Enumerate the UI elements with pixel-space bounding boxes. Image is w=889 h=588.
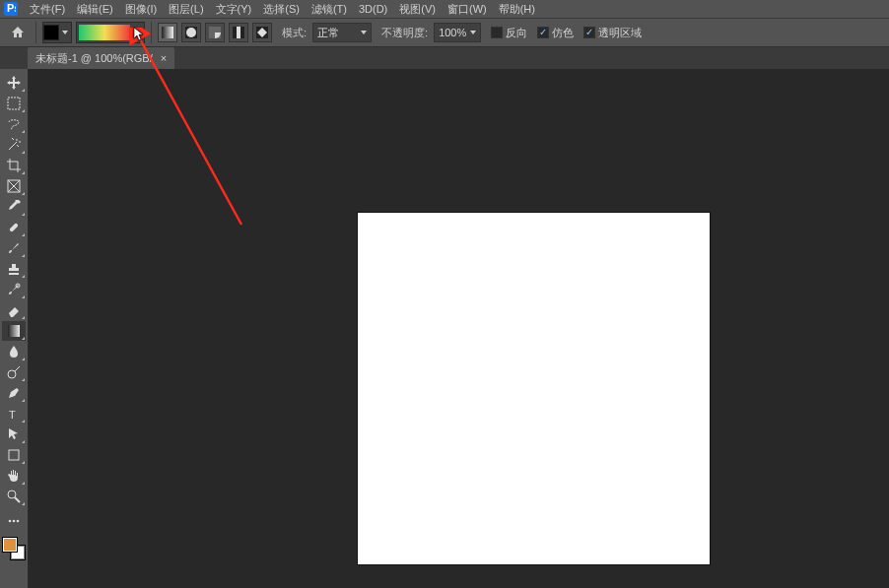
opacity-field[interactable]: 100% [434,23,481,42]
tool-blur[interactable] [2,342,26,361]
gradient-radial-button[interactable] [181,23,201,42]
home-button[interactable] [6,22,30,43]
transparency-checkbox[interactable]: 透明区域 [583,26,642,40]
tool-frame[interactable] [2,176,26,196]
gradient-diamond-button[interactable] [252,23,272,42]
menu-filter[interactable]: 滤镜(T) [306,0,353,19]
svg-rect-12 [9,223,19,232]
mode-label: 模式: [282,26,307,40]
tool-lasso[interactable] [2,114,26,134]
crop-icon [6,158,22,173]
wand-icon [6,137,22,153]
document-tab-bar: 未标题-1 @ 100%(RGB/ × [0,47,889,69]
svg-point-22 [13,520,16,523]
gradient-radial-icon [184,26,198,39]
blend-mode-value: 正常 [317,26,339,40]
tools-panel: T [0,69,29,588]
checkbox-box [491,27,503,38]
transparency-label: 透明区域 [598,26,642,40]
svg-line-20 [15,497,20,502]
stamp-icon [6,261,22,277]
blend-mode-select[interactable]: 正常 [312,23,372,42]
reverse-label: 反向 [506,26,527,40]
tool-hand[interactable] [2,466,26,486]
dodge-icon [6,364,22,380]
menu-type[interactable]: 文字(Y) [210,0,258,19]
menu-edit[interactable]: 编辑(E) [71,0,119,19]
gradient-reflected-button[interactable] [229,23,248,42]
svg-text:T: T [9,409,16,421]
gradient-picker[interactable] [76,22,145,43]
separator [151,22,152,43]
frame-icon [6,178,22,194]
checkbox-box [583,27,595,38]
gradient-reflected-icon [232,26,245,39]
svg-text:Ps: Ps [7,4,16,14]
blur-icon [6,344,22,359]
opacity-value: 100% [439,27,466,38]
tool-type[interactable]: T [2,404,26,424]
pen-icon [6,385,22,401]
tool-marquee[interactable] [2,94,26,113]
menu-help[interactable]: 帮助(H) [493,0,541,19]
tool-eraser[interactable] [2,300,26,320]
gradient-angle-button[interactable] [205,23,225,42]
eraser-icon [6,302,22,318]
checkbox-box [537,27,549,38]
dither-checkbox[interactable]: 仿色 [537,26,574,40]
tool-gradient[interactable] [2,321,26,341]
options-bar: 模式: 正常 不透明度: 100% 反向 仿色 透明区域 [0,18,889,47]
path-select-icon [6,426,22,442]
menu-file[interactable]: 文件(F) [24,0,71,19]
foreground-color[interactable] [3,538,17,552]
tool-dodge[interactable] [2,362,26,382]
ellipsis-icon [6,513,22,529]
tool-history-brush[interactable] [2,280,26,299]
tool-move[interactable] [2,73,26,93]
gradient-linear-button[interactable] [158,23,177,42]
chevron-down-icon [361,31,367,34]
tool-pen[interactable] [2,383,26,403]
tool-wand[interactable] [2,135,26,155]
menu-image[interactable]: 图像(I) [119,0,163,19]
heal-icon [6,220,22,235]
document-tab[interactable]: 未标题-1 @ 100%(RGB/ × [28,47,174,69]
gradient-swatch [79,25,130,40]
tool-heal[interactable] [2,218,26,237]
menu-3d[interactable]: 3D(D) [353,1,393,17]
menu-select[interactable]: 选择(S) [257,0,306,19]
menu-layer[interactable]: 图层(L) [163,0,209,19]
tool-path-select[interactable] [2,425,26,444]
svg-line-16 [15,366,20,371]
svg-point-21 [9,520,12,523]
gradient-linear-icon [161,26,174,39]
tool-stamp[interactable] [2,259,26,279]
chevron-down-icon [470,31,476,34]
tool-preset-picker[interactable] [42,22,72,43]
chevron-down-icon [59,31,71,34]
tool-crop[interactable] [2,156,26,175]
svg-rect-6 [237,27,240,38]
tool-eyedropper[interactable] [2,197,26,217]
type-icon: T [6,406,22,422]
close-icon[interactable]: × [161,52,167,64]
document-canvas[interactable] [358,213,710,564]
eyedropper-icon [6,199,22,215]
tool-preset-swatch [43,25,59,40]
gradient-icon [6,323,22,339]
svg-rect-8 [8,98,20,109]
tool-brush[interactable] [2,238,26,258]
menu-view[interactable]: 视图(V) [393,0,442,19]
app-logo-icon: Ps [4,2,18,16]
svg-rect-1 [162,27,173,38]
tool-zoom[interactable] [2,487,26,506]
reverse-checkbox[interactable]: 反向 [491,26,527,40]
menu-window[interactable]: 窗口(W) [442,0,493,19]
document-tab-title: 未标题-1 @ 100%(RGB/ [35,51,153,66]
tool-edit-toolbar[interactable] [2,511,26,531]
lasso-icon [6,116,22,132]
tool-shape[interactable] [2,445,26,465]
color-wells[interactable] [3,538,25,559]
dither-label: 仿色 [552,26,574,40]
chevron-down-icon [132,31,144,34]
